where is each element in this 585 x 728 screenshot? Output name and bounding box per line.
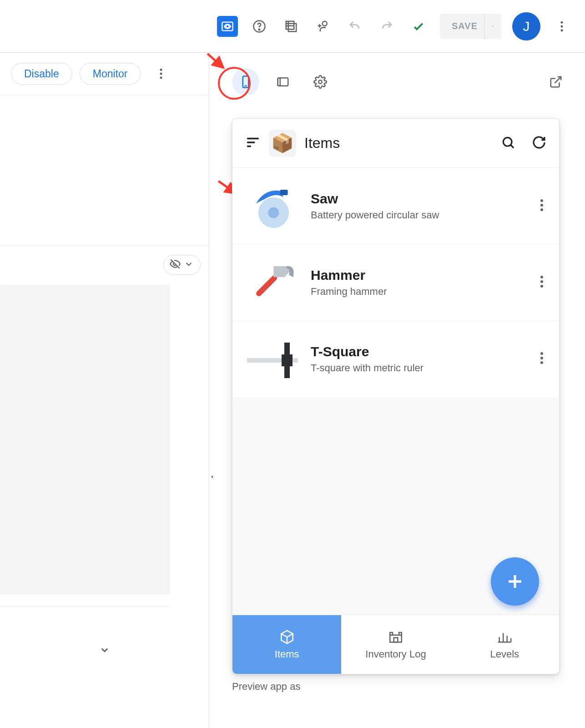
svg-line-18 — [207, 54, 223, 68]
sort-icon[interactable] — [245, 135, 261, 152]
svg-point-7 — [561, 25, 563, 27]
svg-rect-43 — [390, 635, 402, 642]
svg-point-8 — [561, 29, 563, 31]
nav-items[interactable]: Items — [232, 615, 341, 674]
svg-point-26 — [268, 207, 279, 218]
preview-as-label: Preview app as — [232, 681, 300, 693]
item-title: Saw — [311, 191, 526, 207]
undo-icon[interactable] — [344, 16, 365, 37]
item-subtitle: Battery powered circular saw — [311, 209, 526, 221]
expand-section-icon[interactable] — [0, 643, 209, 657]
item-title: T-Square — [311, 344, 526, 359]
svg-point-33 — [540, 280, 543, 283]
tables-icon[interactable] — [281, 16, 302, 37]
left-overflow-icon[interactable] — [151, 63, 171, 84]
disable-button[interactable]: Disable — [11, 63, 72, 85]
list-item[interactable]: T-Square T-square with metric ruler — [232, 321, 559, 397]
annotation-arrow-icon — [207, 53, 233, 76]
tablet-view-button[interactable] — [269, 68, 297, 96]
svg-point-38 — [540, 352, 543, 355]
svg-rect-31 — [255, 274, 278, 297]
app-icon: 📦 — [269, 130, 296, 157]
open-external-icon[interactable] — [542, 68, 570, 96]
share-icon[interactable] — [313, 16, 333, 37]
app-header: 📦 Items — [232, 119, 559, 168]
save-button[interactable]: SAVE — [440, 14, 501, 39]
item-thumb-tsquare — [245, 332, 300, 386]
svg-point-11 — [160, 76, 162, 79]
svg-line-24 — [511, 145, 514, 148]
settings-button[interactable] — [307, 68, 334, 96]
item-list: Saw Battery powered circular saw Hammer … — [232, 168, 559, 397]
row-overflow-icon[interactable] — [537, 275, 546, 290]
svg-point-1 — [226, 25, 229, 28]
svg-point-34 — [540, 285, 543, 288]
nav-label: Levels — [490, 648, 519, 660]
svg-point-30 — [540, 208, 543, 211]
row-overflow-icon[interactable] — [537, 352, 546, 366]
preview-icon[interactable] — [217, 16, 238, 37]
add-button[interactable] — [491, 557, 539, 606]
row-overflow-icon[interactable] — [537, 199, 546, 213]
svg-point-5 — [323, 21, 327, 25]
redo-icon[interactable] — [376, 16, 397, 37]
item-thumb-saw — [245, 179, 300, 233]
svg-rect-14 — [278, 78, 288, 86]
device-bar — [209, 53, 585, 106]
svg-point-39 — [540, 357, 543, 359]
save-label: SAVE — [452, 21, 478, 31]
formula-editor-placeholder[interactable] — [0, 285, 170, 594]
svg-rect-44 — [394, 637, 398, 642]
top-toolbar: SAVE J — [0, 0, 585, 53]
item-subtitle: Framing hammer — [311, 286, 526, 298]
list-item[interactable]: Hammer Framing hammer — [232, 244, 559, 321]
overflow-icon[interactable] — [551, 16, 572, 37]
nav-label: Items — [275, 648, 299, 660]
svg-point-23 — [503, 137, 512, 146]
nav-levels[interactable]: Levels — [450, 615, 559, 674]
help-icon[interactable] — [249, 16, 270, 37]
chevron-down-icon — [183, 258, 195, 272]
app-title: Items — [304, 135, 493, 152]
svg-point-10 — [160, 73, 162, 75]
refresh-icon[interactable] — [532, 135, 546, 152]
svg-point-28 — [540, 199, 543, 202]
svg-point-3 — [259, 29, 260, 30]
bottom-nav: Items Inventory Log Levels — [232, 615, 559, 674]
item-title: Hammer — [311, 268, 526, 283]
nav-label: Inventory Log — [365, 648, 426, 660]
search-icon[interactable] — [501, 135, 515, 152]
save-caret-icon[interactable] — [484, 14, 495, 39]
check-icon[interactable] — [408, 16, 429, 37]
list-item[interactable]: Saw Battery powered circular saw — [232, 168, 559, 244]
left-actions: Disable Monitor — [0, 53, 209, 95]
svg-point-6 — [561, 21, 563, 23]
item-subtitle: T-square with metric ruler — [311, 362, 526, 374]
svg-point-17 — [318, 80, 322, 84]
left-panel: Disable Monitor — [0, 53, 209, 728]
svg-rect-37 — [282, 354, 292, 366]
svg-rect-27 — [280, 190, 288, 195]
avatar[interactable]: J — [512, 12, 540, 40]
item-thumb-hammer — [245, 255, 300, 310]
visibility-chip[interactable] — [163, 255, 201, 275]
preview-panel: 📦 Items Saw Battery powered circular saw — [209, 53, 585, 728]
svg-point-32 — [540, 276, 543, 278]
nav-inventory-log[interactable]: Inventory Log — [341, 615, 450, 674]
phone-view-button[interactable] — [232, 68, 259, 96]
svg-point-9 — [160, 69, 162, 71]
monitor-button[interactable]: Monitor — [80, 63, 141, 85]
svg-point-29 — [540, 204, 543, 207]
avatar-initial: J — [523, 19, 530, 34]
phone-mock: 📦 Items Saw Battery powered circular saw — [232, 118, 560, 674]
svg-point-40 — [540, 361, 543, 364]
visibility-off-icon — [169, 258, 181, 272]
